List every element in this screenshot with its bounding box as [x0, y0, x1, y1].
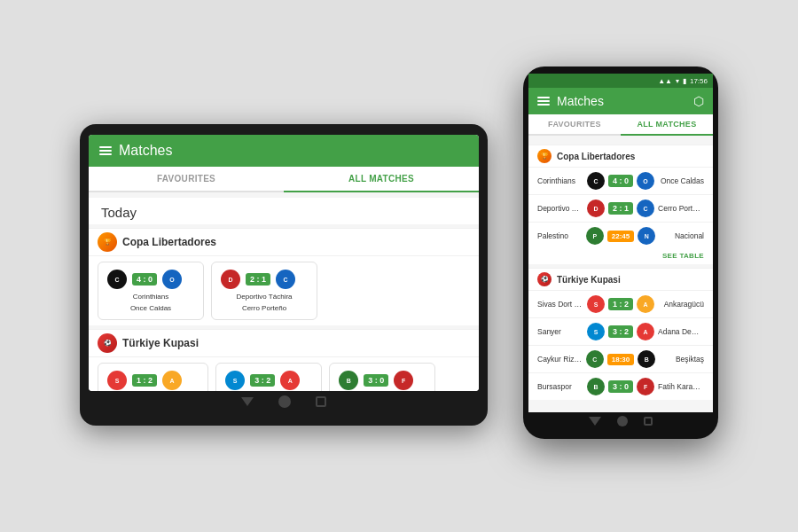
tablet-tab-all-matches[interactable]: ALL MATCHES	[284, 167, 479, 192]
phone-turk-m3-score: 3 : 0	[608, 380, 633, 393]
status-battery-icon: ▮	[683, 77, 686, 85]
tablet-match-1-home-name: Deportivo Táchira	[237, 293, 293, 301]
phone-turk-m0-home-logo: S	[587, 295, 605, 313]
phone-turk-m1-home-logo: S	[587, 323, 605, 340]
phone-lib-m1-home: Deportivo Táchira	[537, 204, 583, 213]
tablet-match-card-0: C 4 : 0 O Corinthians Once Caldas	[98, 262, 204, 320]
tablet-match-0-away-logo: O	[162, 270, 182, 289]
phone-lib-m1-score: 2 : 1	[608, 202, 633, 215]
phone-turk-match-2: Caykur Rizespor C 18:30 B Beşiktaş	[528, 346, 713, 373]
phone-tabs-bar: FAVOURITES ALL MATCHES	[528, 114, 713, 136]
phone-turk-match-1: Sanyer S 3 : 2 A Adana Demirspor	[528, 318, 713, 346]
phone-status-bar: ▲▲ ▾ ▮ 17:56	[528, 74, 713, 88]
phone-screen: Matches ⬡ FAVOURITES ALL MATCHES 🏆 Copa …	[528, 88, 713, 412]
tablet-match-card-0-teams: C 4 : 0 O	[107, 270, 194, 289]
phone-league-lib-header: 🏆 Copa Libertadores	[528, 145, 713, 168]
phone-tab-all-matches[interactable]: ALL MATCHES	[621, 114, 713, 136]
phone-tab-favourites[interactable]: FAVOURITES	[528, 114, 621, 136]
phone-turk-m0-away-logo: A	[637, 295, 654, 313]
phone-content-area[interactable]: 🏆 Copa Libertadores Corinthians C 4 : 0 …	[528, 136, 713, 412]
tablet-date-label: Today	[89, 198, 479, 224]
tablet-tabs-bar: FAVOURITES ALL MATCHES	[89, 167, 479, 192]
tablet-turk-card-2: B 3 : 0 F Bursaspor Fatih Karagümrük	[329, 363, 435, 391]
tablet-turk-matches-scroll: S 1 : 2 A Sivas Dort Eyul Belediyespor A…	[89, 357, 479, 391]
tablet-match-0-home-name: Corinthians	[133, 293, 168, 301]
phone-home-icon[interactable]	[617, 416, 628, 426]
tablet-match-card-1: D 2 : 1 C Deportivo Táchira Cerro Porteñ…	[211, 262, 317, 320]
tablet-content-area: Today 🏆 Copa Libertadores C 4 : 0 O Cori…	[89, 192, 479, 391]
tablet-league-turk-logo: ⚽	[98, 333, 117, 353]
phone-device: ▲▲ ▾ ▮ 17:56 Matches ⬡ FAVOURITES ALL MA…	[523, 66, 718, 439]
phone-league-turk-name: Türkiye Kupasi	[557, 275, 621, 285]
phone-share-icon[interactable]: ⬡	[693, 94, 704, 108]
tablet-menu-icon[interactable]	[99, 146, 112, 155]
phone-back-icon[interactable]	[589, 417, 601, 426]
tablet-league-turk-header: ⚽ Türkiye Kupasi	[89, 329, 479, 357]
tablet-turk-0-score: 1 : 2	[132, 374, 157, 387]
phone-turk-m2-home: Caykur Rizespor	[537, 355, 583, 364]
phone-turk-m2-away: Beşiktaş	[659, 355, 704, 364]
tablet-turk-2-away-logo: F	[394, 371, 413, 390]
phone-lib-see-table[interactable]: SEE TABLE	[528, 249, 713, 264]
tablet-screen: Matches FAVOURITES ALL MATCHES Today 🏆 C…	[89, 135, 479, 391]
status-wifi-icon: ▾	[676, 77, 679, 85]
phone-turk-m2-home-logo: C	[586, 350, 604, 368]
scene: Matches FAVOURITES ALL MATCHES Today 🏆 C…	[0, 0, 798, 532]
phone-turk-m3-away: Fatih Karagümrük	[658, 382, 704, 391]
tablet-match-0-score: 4 : 0	[132, 273, 157, 286]
phone-turk-m3-home: Bursaspor	[537, 382, 583, 391]
phone-lib-m1-away: Cerro Porteño	[658, 204, 704, 213]
tablet-turk-2-score: 3 : 0	[364, 374, 388, 387]
phone-turk-m2-score: 18:30	[607, 354, 634, 365]
phone-lib-m0-away: Once Caldas	[658, 176, 704, 185]
tablet-match-0-away-name: Once Caldas	[130, 304, 171, 312]
phone-lib-m2-home: Palestino	[537, 231, 583, 240]
phone-turk-m1-away: Adana Demirspor	[658, 327, 704, 336]
tablet-turk-1-home-logo: S	[225, 371, 245, 390]
tablet-turk-card-0: S 1 : 2 A Sivas Dort Eyul Belediyespor A…	[98, 363, 208, 391]
tablet-league-libertadores-header: 🏆 Copa Libertadores	[89, 228, 479, 256]
phone-turk-m0-home: Sivas Dort Eyul Belediyespor	[537, 300, 583, 309]
phone-league-lib-name: Copa Libertadores	[557, 152, 635, 161]
phone-lib-m2-away: Nacional	[659, 231, 704, 240]
tablet-league-lib-name: Copa Libertadores	[122, 236, 216, 248]
phone-nav-bar	[528, 412, 713, 428]
phone-menu-icon[interactable]	[537, 97, 550, 106]
tablet-match-card-1-teams: D 2 : 1 C	[221, 270, 308, 289]
tablet-turk-1-score: 3 : 2	[250, 374, 275, 387]
phone-league-turk-logo: ⚽	[537, 272, 552, 286]
tablet-match-0-home-logo: C	[107, 270, 127, 289]
tablet-tab-favourites[interactable]: FAVOURITES	[89, 167, 284, 192]
phone-lib-m0-home: Corinthians	[537, 176, 583, 185]
phone-turk-m1-away-logo: A	[637, 323, 654, 340]
tablet-league-turk-name: Türkiye Kupasi	[122, 337, 199, 349]
phone-turk-m2-away-logo: B	[638, 350, 655, 368]
tablet-turk-card-1-teams: S 3 : 2 A	[225, 371, 312, 390]
phone-lib-match-2: Palestino P 22:45 N Nacional	[528, 223, 713, 249]
tablet-turk-0-home-logo: S	[107, 371, 127, 390]
phone-lib-match-0: Corinthians C 4 : 0 O Once Caldas	[528, 168, 713, 195]
phone-lib-m1-home-logo: D	[587, 200, 605, 217]
tablet-home-icon[interactable]	[278, 395, 291, 408]
tablet-nav-bar	[89, 391, 479, 410]
phone-turk-m1-home: Sanyer	[537, 327, 583, 336]
phone-lib-m0-score: 4 : 0	[608, 175, 633, 187]
phone-lib-m2-score: 22:45	[607, 231, 634, 242]
status-time: 17:56	[690, 77, 708, 85]
phone-turk-m3-away-logo: F	[637, 378, 654, 395]
tablet-recents-icon[interactable]	[316, 396, 326, 407]
tablet-turk-2-home-logo: B	[339, 371, 358, 390]
tablet-turk-card-2-teams: B 3 : 0 F	[339, 371, 426, 390]
tablet-turk-0-away-logo: A	[162, 371, 182, 390]
phone-recents-icon[interactable]	[644, 417, 653, 426]
phone-turk-match-0: Sivas Dort Eyul Belediyespor S 1 : 2 A A…	[528, 291, 713, 318]
tablet-league-lib-logo: 🏆	[98, 232, 117, 252]
tablet-match-1-away-name: Cerro Porteño	[242, 304, 286, 312]
phone-app-header: Matches ⬡	[528, 88, 713, 114]
tablet-back-icon[interactable]	[241, 397, 254, 406]
phone-turk-matches-list: Sivas Dort Eyul Belediyespor S 1 : 2 A A…	[528, 291, 713, 400]
phone-lib-m0-home-logo: C	[587, 172, 605, 190]
tablet-app-header: Matches	[89, 135, 479, 167]
tablet-match-1-score: 2 : 1	[246, 273, 270, 286]
tablet-header-title: Matches	[119, 143, 468, 159]
